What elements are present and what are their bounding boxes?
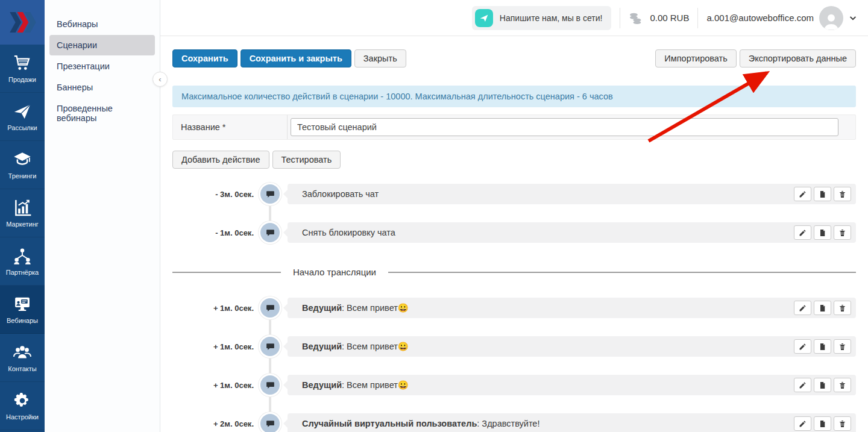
submenu-item-past-webinars[interactable]: Проведенные вебинары [49, 98, 155, 128]
action-text: Ведущий: Всем привет😀 [302, 342, 794, 352]
submenu-item-webinars[interactable]: Вебинары [49, 14, 155, 34]
action-time: + 2м. 0сек. [172, 419, 254, 428]
edit-button[interactable] [794, 225, 811, 240]
trash-icon [838, 381, 846, 389]
sidebar-item-label: Вебинары [7, 317, 38, 324]
scenario-name-label: Название * [173, 115, 288, 139]
sidebar-item-label: Тренинги [8, 172, 37, 180]
action-buttons [794, 378, 851, 392]
sidebar-item-webinars[interactable]: Вебинары [0, 286, 45, 334]
account-menu[interactable]: a.001@autoweboffice.com [706, 6, 857, 30]
duplicate-button[interactable] [814, 378, 831, 392]
duplicate-button[interactable] [814, 301, 831, 315]
edit-button[interactable] [794, 339, 811, 354]
edit-button[interactable] [794, 301, 811, 315]
divider-line [172, 272, 281, 273]
import-button[interactable]: Импортировать [655, 49, 736, 67]
edit-button[interactable] [794, 378, 811, 392]
duplicate-file-icon [819, 190, 826, 198]
support-chat-button[interactable]: Напишите нам, мы в сети! [472, 6, 612, 30]
trash-icon [838, 190, 846, 198]
duplicate-file-icon [819, 304, 826, 312]
action-text: Заблокировать чат [302, 189, 794, 199]
trash-icon [838, 420, 846, 428]
submenu-item-scenarios[interactable]: Сценарии [49, 35, 155, 55]
edit-pencil-icon [799, 304, 807, 312]
timeline-row: - 1м. 0сек. Снять блокировку чата [172, 222, 856, 243]
app-window: Продажи Рассылки Тренинги Маркетинг Парт… [0, 0, 868, 432]
timeline-row: - 3м. 0сек. Заблокировать чат [172, 184, 856, 204]
action-buttons [794, 339, 851, 354]
app-logo[interactable] [0, 0, 45, 45]
action-panel: Случайный виртуальный пользователь: Здра… [288, 413, 856, 432]
chevron-down-icon[interactable] [849, 14, 857, 22]
edit-pencil-icon [799, 343, 807, 351]
scenario-name-row: Название * [172, 114, 856, 140]
delete-button[interactable] [834, 301, 851, 315]
action-buttons [794, 225, 851, 240]
bar-chart-icon [13, 199, 32, 217]
chat-bubble-icon [259, 335, 281, 358]
editor-toolbar: Сохранить Сохранить и закрыть Закрыть Им… [172, 49, 856, 67]
add-action-button[interactable]: Добавить действие [172, 151, 269, 169]
delete-button[interactable] [834, 187, 851, 201]
test-button[interactable]: Тестировать [272, 151, 341, 169]
sidebar-item-trainings[interactable]: Тренинги [0, 141, 45, 189]
network-icon [13, 247, 32, 265]
action-time: + 1м. 0сек. [172, 342, 254, 351]
submenu-item-presentations[interactable]: Презентации [49, 56, 155, 77]
save-and-close-button[interactable]: Сохранить и закрыть [241, 49, 351, 67]
paper-plane-icon [13, 102, 32, 121]
save-button[interactable]: Сохранить [172, 49, 237, 67]
delete-button[interactable] [834, 378, 851, 392]
topbar-divider [620, 8, 620, 28]
export-data-button[interactable]: Экспортировать данные [740, 49, 856, 67]
close-button[interactable]: Закрыть [354, 49, 406, 67]
delete-button[interactable] [834, 339, 851, 354]
avatar[interactable] [819, 6, 843, 30]
duplicate-button[interactable] [814, 416, 831, 431]
edit-pencil-icon [799, 420, 807, 428]
sidebar-item-settings[interactable]: Настройки [0, 382, 45, 430]
action-text: Снять блокировку чата [302, 228, 794, 237]
action-panel: Ведущий: Всем привет😀 [288, 375, 856, 395]
duplicate-button[interactable] [814, 187, 831, 201]
timeline-row: + 1м. 0сек. Ведущий: Всем привет😀 [172, 298, 856, 318]
action-time: + 1м. 0сек. [172, 304, 254, 313]
sidebar-item-contacts[interactable]: Контакты [0, 334, 45, 382]
limits-info-banner: Максимальное количество действий в сцена… [172, 86, 856, 107]
timeline-row: + 1м. 0сек. Ведущий: Всем привет😀 [172, 375, 856, 395]
edit-button[interactable] [794, 416, 811, 431]
trash-icon [838, 343, 846, 351]
edit-button[interactable] [794, 187, 811, 201]
divider-label: Начало трансляции [293, 267, 376, 277]
action-panel: Заблокировать чат [288, 184, 856, 204]
submenu-item-banners[interactable]: Баннеры [49, 77, 155, 98]
timeline-row: + 1м. 0сек. Ведущий: Всем привет😀 [172, 336, 856, 357]
action-time: - 1м. 0сек. [172, 228, 254, 237]
trash-icon [838, 304, 846, 312]
delete-button[interactable] [834, 416, 851, 431]
coins-icon [629, 11, 644, 25]
sidebar-item-marketing[interactable]: Маркетинг [0, 189, 45, 237]
delete-button[interactable] [834, 225, 851, 240]
scenario-name-input[interactable] [291, 118, 838, 136]
action-panel: Снять блокировку чата [288, 222, 856, 243]
duplicate-button[interactable] [814, 339, 831, 354]
sidebar-item-affiliate[interactable]: Партнёрка [0, 237, 45, 286]
gear-icon [13, 392, 32, 410]
sidebar-item-label: Маркетинг [6, 221, 38, 228]
balance-value: 0.00 RUB [650, 13, 689, 23]
sidebar-item-sales[interactable]: Продажи [0, 45, 45, 93]
chevrons-logo-icon [8, 12, 36, 33]
sidebar-item-mailings[interactable]: Рассылки [0, 93, 45, 141]
timeline-group-after-start: + 1м. 0сек. Ведущий: Всем привет😀 [172, 298, 856, 432]
action-buttons [794, 416, 851, 431]
scenario-timeline: - 3м. 0сек. Заблокировать чат [172, 184, 856, 432]
edit-pencil-icon [799, 381, 807, 389]
action-panel: Ведущий: Всем привет😀 [288, 298, 856, 318]
balance: 0.00 RUB [629, 11, 689, 25]
collapse-sidebar-button[interactable]: ‹ [153, 72, 168, 87]
duplicate-button[interactable] [814, 225, 831, 240]
people-icon [13, 343, 32, 362]
